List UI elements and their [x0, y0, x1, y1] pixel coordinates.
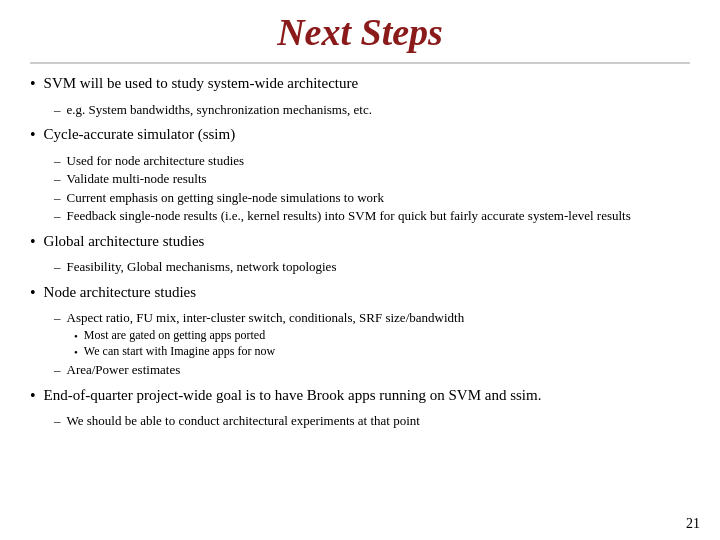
- dash-icon: –: [54, 362, 61, 378]
- list-item: – Current emphasis on getting single-nod…: [54, 189, 690, 207]
- sub-text: Area/Power estimates: [67, 361, 181, 379]
- bullet-text: End-of-quarter project-wide goal is to h…: [44, 386, 542, 406]
- list-item: • End-of-quarter project-wide goal is to…: [30, 386, 690, 406]
- list-item: • Node architecture studies: [30, 283, 690, 303]
- sub-text: Current emphasis on getting single-node …: [67, 189, 384, 207]
- dash-icon: –: [54, 413, 61, 429]
- dash-icon: –: [54, 171, 61, 187]
- bullet-text: Node architecture studies: [44, 283, 196, 303]
- bullet-text: SVM will be used to study system-wide ar…: [44, 74, 359, 94]
- bullet-icon: •: [30, 126, 36, 144]
- dash-icon: –: [54, 208, 61, 224]
- list-item: – Feedback single-node results (i.e., ke…: [54, 207, 690, 225]
- sub-text: e.g. System bandwidths, synchronization …: [67, 101, 372, 119]
- dash-icon: –: [54, 153, 61, 169]
- list-item: – Validate multi-node results: [54, 170, 690, 188]
- sub-text: Validate multi-node results: [67, 170, 207, 188]
- bullet-icon: •: [30, 75, 36, 93]
- bullet-icon: •: [30, 387, 36, 405]
- sub-items: – Used for node architecture studies – V…: [54, 152, 690, 226]
- list-item: – Area/Power estimates: [54, 361, 690, 379]
- bullet-text: Cycle-accurate simulator (ssim): [44, 125, 236, 145]
- dash-icon: –: [54, 259, 61, 275]
- sub-sub-items: • Most are gated on getting apps ported …: [74, 328, 690, 360]
- list-item: • Global architecture studies: [30, 232, 690, 252]
- sub-sub-text: Most are gated on getting apps ported: [84, 328, 265, 344]
- bullet-text: Global architecture studies: [44, 232, 205, 252]
- sub-items: – Feasibility, Global mechanisms, networ…: [54, 258, 690, 277]
- bullet-icon: •: [30, 284, 36, 302]
- dash-icon: –: [54, 310, 61, 326]
- dash-icon: –: [54, 102, 61, 118]
- sub-text: Used for node architecture studies: [67, 152, 245, 170]
- sub-items: – We should be able to conduct architect…: [54, 412, 690, 431]
- sub-sub-text: We can start with Imagine apps for now: [84, 344, 275, 360]
- page-number: 21: [686, 516, 700, 532]
- list-item: – Feasibility, Global mechanisms, networ…: [54, 258, 690, 276]
- sub-text: We should be able to conduct architectur…: [67, 412, 420, 430]
- list-item: • SVM will be used to study system-wide …: [30, 74, 690, 94]
- sub-text: Feedback single-node results (i.e., kern…: [67, 207, 631, 225]
- sub-bullet-icon: •: [74, 330, 78, 342]
- dash-icon: –: [54, 190, 61, 206]
- page-container: Next Steps • SVM will be used to study s…: [0, 0, 720, 540]
- bullet-icon: •: [30, 233, 36, 251]
- sub-text: Aspect ratio, FU mix, inter-cluster swit…: [67, 309, 465, 327]
- sub-items: – e.g. System bandwidths, synchronizatio…: [54, 101, 690, 120]
- list-item: – e.g. System bandwidths, synchronizatio…: [54, 101, 690, 119]
- page-title: Next Steps: [30, 0, 690, 64]
- list-item: – Aspect ratio, FU mix, inter-cluster sw…: [54, 309, 690, 327]
- list-item: – We should be able to conduct architect…: [54, 412, 690, 430]
- list-item: – Used for node architecture studies: [54, 152, 690, 170]
- list-item: • Cycle-accurate simulator (ssim): [30, 125, 690, 145]
- sub-items: – Aspect ratio, FU mix, inter-cluster sw…: [54, 309, 690, 379]
- sub-bullet-icon: •: [74, 346, 78, 358]
- list-item: • Most are gated on getting apps ported: [74, 328, 690, 344]
- content-area: • SVM will be used to study system-wide …: [30, 74, 690, 520]
- list-item: • We can start with Imagine apps for now: [74, 344, 690, 360]
- sub-text: Feasibility, Global mechanisms, network …: [67, 258, 337, 276]
